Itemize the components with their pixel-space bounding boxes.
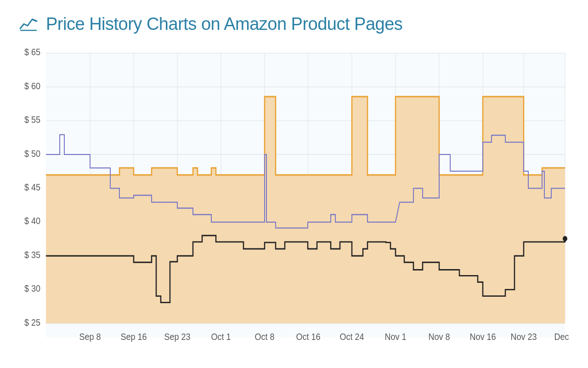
x-label-nov16: Nov 16 (470, 331, 496, 342)
x-label-nov8: Nov 8 (429, 331, 450, 342)
x-label-oct24: Oct 24 (340, 331, 364, 342)
x-label-sep8: Sep 8 (79, 331, 101, 342)
y-label-55: $ 55 (24, 114, 40, 125)
y-label-25: $ 25 (24, 316, 40, 328)
price-history-chart: $ 65 $ 60 $ 55 $ 50 $ 45 $ 40 $ 35 $ 30 … (18, 48, 570, 359)
x-label-oct1: Oct 1 (211, 331, 231, 342)
y-label-50: $ 50 (24, 148, 40, 159)
y-label-60: $ 60 (24, 80, 40, 91)
x-label-oct16: Oct 16 (296, 331, 321, 342)
y-label-30: $ 30 (24, 283, 40, 294)
y-label-65: $ 65 (24, 48, 40, 58)
y-label-40: $ 40 (24, 215, 40, 226)
page-header: Price History Charts on Amazon Product P… (18, 14, 402, 34)
page-title: Price History Charts on Amazon Product P… (46, 14, 402, 34)
x-label-dec1: Dec 1 (554, 331, 570, 342)
y-label-35: $ 35 (24, 249, 40, 260)
black-line-endpoint (563, 236, 567, 242)
x-label-oct8: Oct 8 (255, 331, 275, 342)
x-label-nov1: Nov 1 (385, 331, 407, 342)
x-label-nov23: Nov 23 (511, 331, 537, 342)
y-label-45: $ 45 (24, 182, 40, 193)
x-label-sep16: Sep 16 (120, 331, 147, 342)
chart-svg: $ 65 $ 60 $ 55 $ 50 $ 45 $ 40 $ 35 $ 30 … (18, 48, 570, 359)
chart-line-icon (18, 14, 39, 34)
x-label-sep23: Sep 23 (164, 331, 190, 342)
